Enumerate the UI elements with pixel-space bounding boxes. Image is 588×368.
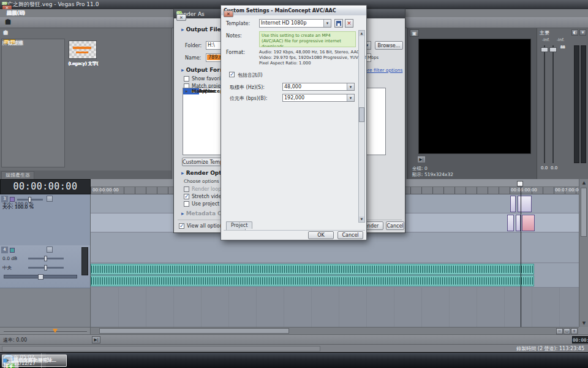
media-caption: (Legacy) 文字( bbox=[67, 61, 99, 67]
timeline-cursor[interactable] bbox=[521, 187, 521, 327]
record-time-remaining: 錄製時間 (2 聲道): 113:23:45 bbox=[516, 345, 584, 352]
event-clip[interactable] bbox=[507, 215, 514, 231]
zoom-normal-button[interactable]: ▭ bbox=[564, 328, 570, 334]
browse-button[interactable]: Browse... bbox=[375, 41, 403, 50]
zoom-in-button[interactable]: + bbox=[571, 328, 578, 334]
show-desktop-button[interactable] bbox=[41, 353, 46, 368]
notes-text[interactable]: Use this setting to create an MP4 (AVC/A… bbox=[259, 31, 356, 47]
include-audio-checkbox[interactable] bbox=[229, 72, 235, 77]
peak-readout-right[interactable]: -Inf. bbox=[557, 37, 564, 42]
timeline-vertical-scrollbar[interactable]: ▲ ▼ bbox=[579, 179, 588, 327]
window-title: 死亡之舞的發狂.veg - Vegas Pro 11.0 bbox=[2, 1, 99, 9]
scroll-down-arrow[interactable]: ▼ bbox=[359, 217, 364, 222]
use-project-output-checkbox[interactable] bbox=[184, 201, 189, 207]
media-bins-tree: 所有媒體 媒體櫃 bbox=[1, 39, 65, 167]
zoom-out-button[interactable]: − bbox=[556, 328, 563, 334]
more-filter-options-link[interactable]: More filter options bbox=[361, 67, 402, 73]
output-file-section[interactable]: Output File: bbox=[181, 26, 223, 33]
peak-readout-left[interactable]: -Inf. bbox=[542, 37, 549, 42]
render-loop-region-checkbox[interactable] bbox=[184, 186, 189, 192]
view-all-options-label: View all options bbox=[187, 223, 225, 229]
track-fx-button[interactable] bbox=[47, 247, 53, 253]
format-line-par: Pixel Aspect Ratio: 1.000 bbox=[259, 61, 311, 66]
template-combobox[interactable]: Internet HD 1080p bbox=[259, 19, 331, 28]
notes-label: Notes: bbox=[226, 33, 242, 39]
track-composite-slider[interactable] bbox=[17, 199, 43, 201]
playback-rate-slider[interactable] bbox=[0, 327, 91, 334]
media-panel-toolbar: ⇓◉♪▦✚≡ bbox=[1, 29, 170, 37]
render-cancel-button[interactable]: Cancel bbox=[386, 221, 404, 230]
windows-taskbar: ▤ e 【新醒醒】諸問V... ≡ 新增文字文件 (3)... ▶e99▤✦✚ … bbox=[0, 352, 588, 368]
tray-blue-icon[interactable]: ■ bbox=[2, 358, 8, 364]
customize-template-button[interactable]: Customize Templ... bbox=[182, 158, 224, 166]
track-row-4-audio[interactable] bbox=[91, 263, 579, 288]
master-fader-left[interactable] bbox=[541, 45, 548, 163]
settings-tab[interactable]: Project bbox=[226, 221, 252, 229]
media-thumbnail[interactable] bbox=[69, 40, 97, 59]
custom-dialog-titlebar[interactable]: Custom Settings - MainConcept AVC/AAC bbox=[221, 6, 366, 15]
close-icon[interactable] bbox=[224, 10, 233, 17]
scroll-thumb[interactable] bbox=[359, 107, 364, 122]
include-audio-label: 包括音訊(I) bbox=[238, 72, 263, 79]
time-field[interactable]: 00:00:00:00 bbox=[572, 336, 588, 343]
sample-rate-combobox[interactable]: 48,000 bbox=[282, 83, 355, 91]
horizontal-scroll-thumb[interactable] bbox=[99, 328, 289, 334]
event-clip[interactable] bbox=[522, 215, 535, 231]
timeline-horizontal-scrollbar[interactable]: − ▭ + bbox=[91, 327, 579, 334]
audio-track-header[interactable]: 4 0.0 dB 中央 bbox=[0, 245, 91, 288]
pan-slider[interactable] bbox=[28, 267, 64, 269]
volume-slider[interactable] bbox=[28, 258, 64, 259]
rate-slider-track bbox=[4, 331, 87, 332]
downmix-output-icon[interactable]: ◐ bbox=[571, 29, 578, 36]
master-fader-right[interactable] bbox=[549, 45, 557, 163]
close-icon[interactable] bbox=[176, 14, 186, 21]
scroll-up-arrow[interactable]: ▲ bbox=[359, 31, 364, 36]
scroll-down-arrow[interactable]: ▼ bbox=[579, 320, 588, 327]
track-fader[interactable] bbox=[4, 275, 77, 278]
media-properties-icon[interactable]: ≡ bbox=[1, 29, 10, 37]
timeline-marker-handle[interactable] bbox=[517, 181, 523, 186]
vegas-pro-screen: 死亡之舞的發狂.veg - Vegas Pro 11.0 檔案(F)編輯(E)檢… bbox=[0, 0, 588, 368]
status-bar: 錄製時間 (2 聲道): 113:23:45 bbox=[0, 344, 588, 352]
template-row[interactable]: ★ MainConcept MP bbox=[183, 88, 192, 94]
taskbar-clock[interactable]: 上午 05:02 2011/12/27 bbox=[4, 355, 39, 367]
delete-x-icon: ✕ bbox=[345, 20, 353, 27]
name-label: Name: bbox=[185, 55, 201, 61]
track-fx-button[interactable] bbox=[47, 196, 53, 202]
audio-waveform-right[interactable] bbox=[91, 275, 534, 286]
track-volume-label[interactable]: 0.0 dB bbox=[2, 256, 17, 261]
cancel-button[interactable]: Cancel bbox=[337, 231, 363, 239]
stretch-video-checkbox[interactable] bbox=[184, 194, 189, 199]
custom-settings-dialog: Custom Settings - MainConcept AVC/AAC Te… bbox=[221, 5, 367, 240]
audio-waveform-left[interactable] bbox=[91, 264, 534, 275]
bit-rate-combobox[interactable]: 192,000 bbox=[282, 94, 355, 102]
save-snapshot-icon[interactable]: ▣ bbox=[410, 29, 419, 37]
menu-item[interactable]: 說明(H) bbox=[2, 9, 29, 17]
preview-go-to-end-button[interactable]: ▶| bbox=[417, 156, 426, 163]
ok-button[interactable]: OK bbox=[308, 231, 334, 239]
save-template-icon[interactable] bbox=[334, 19, 343, 28]
show-favorites-checkbox[interactable] bbox=[184, 76, 189, 82]
event-clip[interactable] bbox=[516, 215, 521, 231]
help-icon[interactable]: ? bbox=[3, 18, 13, 27]
bit-rate-label: 位元率 (bps)(B): bbox=[230, 95, 268, 102]
event-clip[interactable] bbox=[518, 196, 532, 212]
timeline-time-display[interactable]: 00:00:00:00 bbox=[0, 179, 91, 194]
track-size-label[interactable]: 大小: 100.0 % bbox=[2, 201, 34, 207]
view-all-options-checkbox[interactable] bbox=[179, 223, 184, 229]
master-bus-title: 主要 bbox=[540, 29, 549, 36]
scroll-up-arrow[interactable]: ▲ bbox=[579, 179, 588, 186]
show-favorites-label: Show favorit bbox=[192, 76, 222, 82]
mute-output-icon[interactable]: ▾ bbox=[579, 29, 586, 36]
go-to-end-button[interactable]: ▶| bbox=[92, 336, 100, 343]
delete-template-icon[interactable]: ✕ bbox=[345, 19, 353, 28]
media-bin-item[interactable]: 媒體櫃 bbox=[2, 39, 8, 47]
track-meter bbox=[81, 247, 88, 275]
settings-scrollbar[interactable]: ▲ ▼ bbox=[358, 30, 365, 223]
docking-tab[interactable]: 媒體產生器 bbox=[1, 171, 34, 179]
track-list-empty-area bbox=[0, 288, 91, 327]
vertical-scroll-thumb[interactable] bbox=[581, 188, 587, 237]
rate-slider-handle[interactable] bbox=[53, 329, 58, 333]
event-clip[interactable] bbox=[510, 196, 516, 212]
track-pan-label[interactable]: 中央 bbox=[2, 265, 12, 271]
